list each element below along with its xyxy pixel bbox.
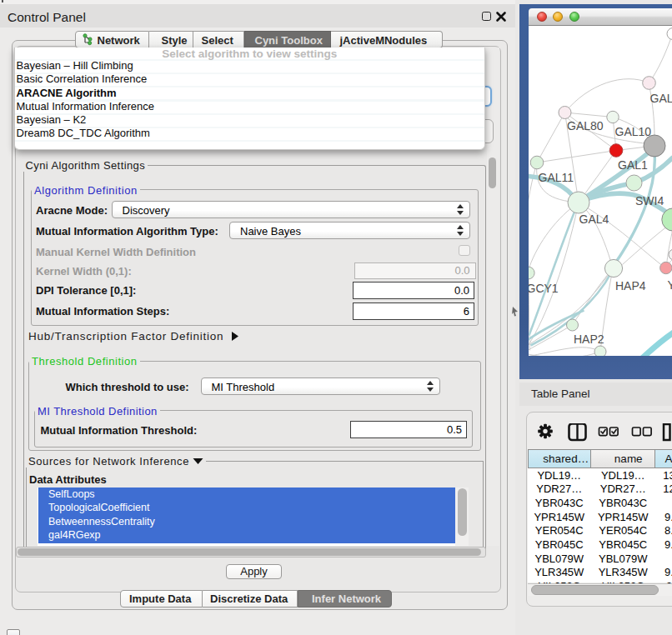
- svg-text:GAL11: GAL11: [538, 170, 574, 183]
- svg-text:GAL4: GAL4: [579, 212, 609, 226]
- svg-text:GAL1: GAL1: [618, 158, 648, 172]
- svg-text:HAP2: HAP2: [574, 332, 604, 345]
- svg-text:HAP4: HAP4: [615, 278, 646, 292]
- svg-text:GAL10: GAL10: [614, 125, 651, 138]
- svg-text:GAL80: GAL80: [567, 118, 604, 132]
- svg-text:Y: Y: [667, 278, 672, 291]
- svg-text:SWI4: SWI4: [635, 193, 664, 207]
- svg-text:GCY1: GCY1: [529, 281, 559, 294]
- svg-text:GAL7: GAL7: [649, 91, 672, 104]
